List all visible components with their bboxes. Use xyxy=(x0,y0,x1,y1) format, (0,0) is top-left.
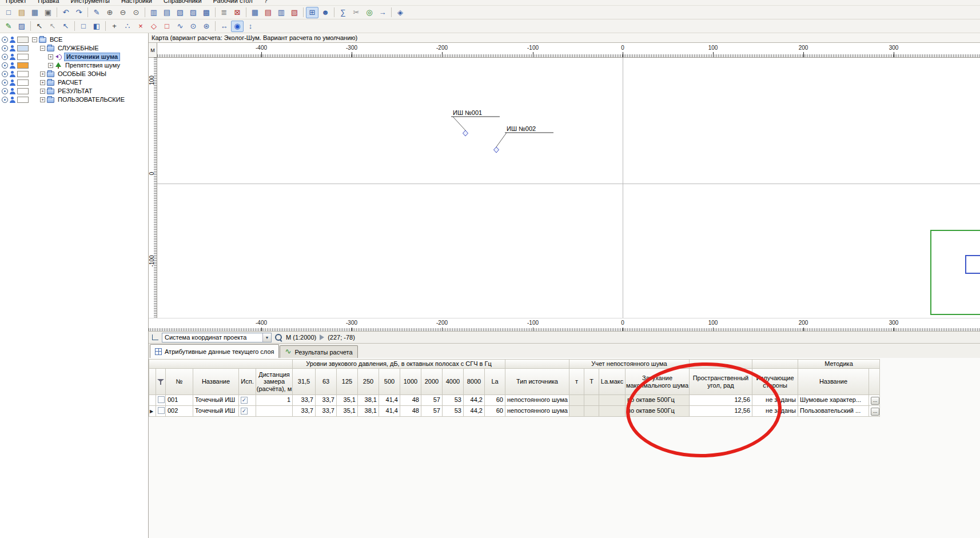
layer-label[interactable]: СЛУЖЕБНЫЕ xyxy=(56,45,101,52)
style-brush-icon[interactable]: ✎ xyxy=(2,21,15,32)
table-sync-icon[interactable]: ▧ xyxy=(288,7,301,18)
site-outline[interactable] xyxy=(930,230,980,315)
ellipsis-button[interactable]: ... xyxy=(871,408,879,416)
table-export-icon[interactable]: ▤ xyxy=(262,7,274,18)
building-outline[interactable] xyxy=(965,255,980,274)
visibility-icon[interactable] xyxy=(2,54,8,60)
layer-row[interactable]: +РАСЧЕТ xyxy=(0,78,148,87)
map-canvas[interactable]: ИШ №001ИШ №002 xyxy=(157,58,980,318)
noise-source-marker[interactable]: ИШ №002 xyxy=(494,125,554,153)
expand-toggle-icon[interactable]: + xyxy=(40,97,45,102)
open-project-icon[interactable]: ▤ xyxy=(15,7,28,18)
menu-item[interactable]: Настройки xyxy=(115,0,158,5)
layer-label[interactable]: ВСЕ xyxy=(48,36,64,43)
visibility-icon[interactable] xyxy=(2,97,8,103)
cell-btn[interactable]: ... xyxy=(869,406,880,417)
layer-label[interactable]: ПОЛЬЗОВАТЕЛЬСКИЕ xyxy=(56,96,126,103)
owner-icon[interactable] xyxy=(10,71,15,77)
checkbox[interactable] xyxy=(158,396,165,403)
layer-row[interactable]: +РЕЗУЛЬТАТ xyxy=(0,87,148,95)
grid-icon[interactable]: ⊞ xyxy=(306,7,318,18)
layer-row[interactable]: −СЛУЖЕБНЫЕ xyxy=(0,44,148,53)
owner-icon[interactable] xyxy=(10,37,15,43)
layer-label[interactable]: Источники шума xyxy=(64,53,120,61)
coord-system-select[interactable]: Система координат проекта ▼ xyxy=(162,333,272,342)
filter-funnel-icon[interactable] xyxy=(157,379,164,385)
cell-btn[interactable]: ... xyxy=(869,395,880,406)
help-panel-icon[interactable]: ◈ xyxy=(394,7,407,18)
layer-label[interactable]: Препятствия шуму xyxy=(63,62,122,69)
layer-color-swatch[interactable] xyxy=(17,54,29,60)
layer-label[interactable]: РАСЧЕТ xyxy=(56,79,84,86)
layer-row[interactable]: +ОСОБЫЕ ЗОНЫ xyxy=(0,70,148,78)
cursor-icon[interactable]: ↖ xyxy=(33,21,46,32)
owner-icon[interactable] xyxy=(10,97,15,103)
layer-label[interactable]: РЕЗУЛЬТАТ xyxy=(56,87,94,95)
combo-dropdown-icon[interactable]: ▼ xyxy=(262,333,271,342)
expand-toggle-icon[interactable]: + xyxy=(40,71,45,77)
cell-chk[interactable] xyxy=(156,406,166,417)
layer-down-icon[interactable]: ▨ xyxy=(187,7,200,18)
visibility-icon[interactable] xyxy=(2,37,8,43)
spline-icon[interactable]: ∿ xyxy=(174,21,186,32)
menu-item[interactable]: Справочники xyxy=(158,0,208,5)
delete-table-icon[interactable]: ⊠ xyxy=(231,7,244,18)
move-icon[interactable]: + xyxy=(108,21,121,32)
owner-icon[interactable] xyxy=(10,54,15,60)
copy-layer-icon[interactable]: ▥ xyxy=(148,7,160,18)
calc-icon[interactable]: ∑ xyxy=(337,7,349,18)
layer-color-swatch[interactable] xyxy=(17,45,29,51)
delete-object-icon[interactable]: × xyxy=(134,21,147,32)
table-copy-icon[interactable]: ▦ xyxy=(249,7,261,18)
layer-row[interactable]: +Препятствия шуму xyxy=(0,61,148,70)
visibility-icon[interactable] xyxy=(2,79,8,86)
new-project-icon[interactable]: □ xyxy=(2,7,15,18)
zoom-in-icon[interactable]: ⊕ xyxy=(103,7,116,18)
expand-toggle-icon[interactable]: + xyxy=(48,54,53,59)
redo-icon[interactable]: ↷ xyxy=(73,7,85,18)
edit-vertices-icon[interactable]: ◇ xyxy=(148,21,160,32)
cell-use[interactable]: ✓ xyxy=(239,395,256,406)
measure-icon[interactable]: ≣ xyxy=(218,7,230,18)
visibility-icon[interactable] xyxy=(2,71,8,77)
edit-mode-icon[interactable]: ✎ xyxy=(90,7,103,18)
layer-up-icon[interactable]: ▧ xyxy=(174,7,186,18)
layer-row[interactable]: +Источники шума xyxy=(0,53,148,61)
circle-tool-icon[interactable]: ⊙ xyxy=(187,21,200,32)
cell-chk[interactable] xyxy=(156,395,166,406)
table-row[interactable]: 001Точечный ИШ✓133,733,735,138,141,44857… xyxy=(149,395,880,406)
layer-color-swatch[interactable] xyxy=(17,62,29,69)
paste-layer-icon[interactable]: ▤ xyxy=(161,7,173,18)
table-row[interactable]: ▶002Точечный ИШ✓33,733,735,138,141,44857… xyxy=(149,406,880,417)
scissors-icon[interactable]: ✂ xyxy=(350,7,362,18)
print-icon[interactable]: ▣ xyxy=(42,7,54,18)
expand-toggle-icon[interactable]: − xyxy=(32,37,37,42)
owner-icon[interactable] xyxy=(10,45,15,51)
menu-item[interactable]: ? xyxy=(258,0,273,5)
save-icon[interactable]: ▦ xyxy=(29,7,41,18)
zoom-out-icon[interactable]: ⊖ xyxy=(117,7,129,18)
visibility-icon[interactable] xyxy=(2,88,8,94)
visibility-icon[interactable] xyxy=(2,62,8,69)
cursor-node-icon[interactable]: ↖ xyxy=(46,21,59,32)
checkbox[interactable]: ✓ xyxy=(241,408,248,415)
table-import-icon[interactable]: ▥ xyxy=(275,7,288,18)
expand-toggle-icon[interactable]: + xyxy=(40,80,45,85)
fit-window-icon[interactable]: ◉ xyxy=(231,21,244,32)
menu-item[interactable]: Инструменты xyxy=(65,0,115,5)
cursor-info-icon[interactable]: ↖ xyxy=(59,21,72,32)
edit-contour-icon[interactable]: □ xyxy=(161,21,173,32)
tab-results[interactable]: Результаты расчета xyxy=(280,345,357,358)
sources-mode-icon[interactable]: ☻ xyxy=(319,7,332,18)
layer-color-swatch[interactable] xyxy=(17,88,29,94)
undo-icon[interactable]: ↶ xyxy=(59,7,72,18)
expand-toggle-icon[interactable]: + xyxy=(40,89,45,94)
tab-attributes[interactable]: Атрибутивные данные текущего слоя xyxy=(150,344,279,358)
checkbox[interactable] xyxy=(158,407,165,414)
layer-label[interactable]: ОСОБЫЕ ЗОНЫ xyxy=(56,70,108,78)
owner-icon[interactable] xyxy=(10,62,15,69)
layer-color-swatch[interactable] xyxy=(17,37,29,43)
expand-toggle-icon[interactable]: + xyxy=(48,63,53,68)
expand-toggle-icon[interactable]: − xyxy=(40,46,45,51)
menu-item[interactable]: Проект xyxy=(0,0,32,5)
